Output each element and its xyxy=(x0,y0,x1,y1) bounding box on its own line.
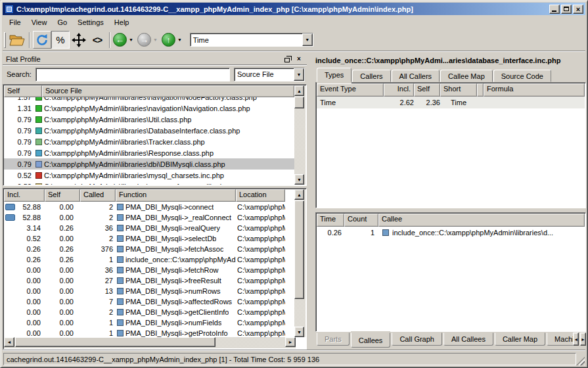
file-row-selected[interactable]: 0.79 C:\xampp\phpMyAdmin\libraries\dbi\D… xyxy=(4,158,294,170)
tab-callee-map[interactable]: Callee Map xyxy=(440,70,493,82)
column-header-count[interactable]: Count xyxy=(344,214,378,227)
column-header-source-file[interactable]: Source File xyxy=(42,85,294,97)
column-header-callee[interactable]: Callee xyxy=(378,214,585,227)
function-row[interactable]: 3.14 0.26 36 PMA_DBI_Mysqli->realQuery C… xyxy=(4,223,285,233)
tab-call-graph[interactable]: Call Graph xyxy=(392,333,442,346)
column-header-spacer[interactable] xyxy=(477,83,484,97)
open-file-button[interactable] xyxy=(8,31,26,49)
file-row[interactable]: 1.31 C:\xampp\phpMyAdmin\libraries\navig… xyxy=(4,103,294,114)
back-dropdown-icon[interactable]: ▼ xyxy=(129,37,133,42)
tab-all-callees[interactable]: All Callees xyxy=(443,333,493,346)
function-list-vscrollbar[interactable]: ▲ ▼ xyxy=(294,189,305,337)
maximize-button[interactable] xyxy=(561,5,572,14)
forward-button[interactable]: → xyxy=(137,33,151,47)
minimize-button[interactable] xyxy=(549,5,560,14)
callee-row[interactable]: 0.26 1 include_once::C:\xampp\phpMyAdmin… xyxy=(317,227,585,239)
file-self-cost: 0.79 xyxy=(4,116,32,124)
function-list-hscrollbar[interactable]: ◄ ► xyxy=(4,337,296,348)
self-cost: 0.00 xyxy=(45,214,80,221)
menu-view[interactable]: View xyxy=(26,17,53,28)
percent-toggle-button[interactable]: % xyxy=(51,31,70,49)
toolbar-handle[interactable] xyxy=(4,32,6,48)
resize-grip[interactable] xyxy=(576,357,585,365)
column-header-self[interactable]: Self xyxy=(414,83,440,97)
chevron-down-icon[interactable]: ▼ xyxy=(294,68,304,81)
location: C:\xampp\phpMy xyxy=(236,245,285,253)
chevron-down-icon[interactable]: ▼ xyxy=(302,34,313,46)
reload-button[interactable] xyxy=(33,31,51,49)
function-row[interactable]: 52.88 0.00 2 PMA_DBI_Mysqli->connect C:\… xyxy=(4,202,285,212)
column-header-self[interactable]: Self xyxy=(4,85,42,97)
scrollbar-thumb[interactable] xyxy=(294,200,304,299)
called-count: 1 xyxy=(80,256,116,264)
function-row[interactable]: 52.88 0.00 2 PMA_DBI_Mysqli->_realConnec… xyxy=(4,212,285,223)
function-row[interactable]: 0.26 0.26 376 PMA_DBI_Mysqli->fetchAssoc… xyxy=(4,244,285,254)
scroll-down-icon[interactable]: ▼ xyxy=(294,327,304,337)
column-header-short[interactable]: Short xyxy=(440,83,477,97)
function-row[interactable]: 0.00 0.00 1 PMA_DBI_Mysqli->getProtoInfo… xyxy=(4,328,285,338)
menu-go[interactable]: Go xyxy=(52,17,72,28)
search-input-field[interactable] xyxy=(36,68,229,81)
file-row[interactable]: 0.52 C:\xampp\phpMyAdmin\libraries\mysql… xyxy=(4,170,294,181)
function-row[interactable]: 0.26 0.26 1 include_once::C:\xampp\phpMy… xyxy=(4,254,285,265)
dock-close-button[interactable]: × xyxy=(294,55,304,63)
function-row[interactable]: 0.52 0.00 2 PMA_DBI_Mysqli->selectDb C:\… xyxy=(4,233,285,244)
file-row[interactable]: 0.79 C:\xampp\phpMyAdmin\libraries\Datab… xyxy=(4,125,294,136)
event-type-select[interactable]: Time ▼ xyxy=(190,33,313,47)
function-row[interactable]: 0.00 0.00 13 PMA_DBI_Mysqli->numRows C:\… xyxy=(4,286,285,296)
tab-source-code[interactable]: Source Code xyxy=(493,70,551,82)
title-bar[interactable]: C:\xampp\tmp\cachegrind.out.1416463299-C… xyxy=(3,3,585,15)
search-input[interactable] xyxy=(35,68,230,81)
tab-callers[interactable]: Callers xyxy=(352,70,390,82)
file-row[interactable]: 0.79 C:\xampp\phpMyAdmin\libraries\Util.… xyxy=(4,114,294,125)
group-by-select[interactable]: Source File ▼ xyxy=(234,68,305,81)
up-dropdown-icon[interactable]: ▼ xyxy=(177,37,182,42)
column-header-self[interactable]: Self xyxy=(45,189,80,202)
scroll-down-icon[interactable]: ▼ xyxy=(294,174,304,185)
relative-cost-button[interactable] xyxy=(70,31,88,49)
function-row[interactable]: 0.00 0.00 7 PMA_DBI_Mysqli->affectedRows… xyxy=(4,296,285,307)
column-header-called[interactable]: Called xyxy=(80,189,116,202)
function-name: PMA_DBI_Mysqli->affectedRows xyxy=(125,298,232,306)
file-row[interactable]: 0.79 C:\xampp\phpMyAdmin\libraries\Track… xyxy=(4,136,294,147)
flat-profile-dock-titlebar[interactable]: Flat Profile × xyxy=(3,53,307,65)
scroll-left-icon[interactable]: ◄ xyxy=(4,337,14,347)
column-header-event-type[interactable]: Event Type xyxy=(317,83,384,97)
scrollbar-thumb[interactable] xyxy=(15,337,215,347)
function-row[interactable]: 0.00 0.00 27 PMA_DBI_Mysqli->freeResult … xyxy=(4,275,285,286)
column-header-formula[interactable]: Formula xyxy=(484,83,585,97)
file-list-scrollbar[interactable]: ▲ ▼ xyxy=(294,85,305,185)
status-text: cachegrind.out.1416463299-C__xampp_phpMy… xyxy=(3,353,576,365)
dock-float-button[interactable] xyxy=(283,55,292,63)
tab-caller-map[interactable]: Caller Map xyxy=(495,333,545,346)
scroll-up-icon[interactable]: ▲ xyxy=(294,189,304,200)
column-header-function[interactable]: Function xyxy=(116,189,236,202)
tab-callees[interactable]: Callees xyxy=(351,333,391,348)
file-row[interactable]: 0.79 C:\xampp\phpMyAdmin\libraries\Respo… xyxy=(4,147,294,158)
menu-settings[interactable]: Settings xyxy=(72,17,109,28)
tab-all-callers[interactable]: All Callers xyxy=(392,70,440,82)
file-row[interactable]: 0.52 C:\xampp\phpMyAdmin\libraries\user_… xyxy=(4,181,294,185)
tab-machine[interactable]: Machine xyxy=(547,333,573,346)
column-header-location[interactable]: Location xyxy=(236,189,285,202)
tab-scroll-right-icon[interactable]: ► xyxy=(580,333,586,346)
scrollbar-thumb[interactable] xyxy=(294,97,304,108)
scroll-up-icon[interactable]: ▲ xyxy=(294,85,304,96)
scroll-right-icon[interactable]: ► xyxy=(285,337,296,347)
function-row[interactable]: 0.00 0.00 1 PMA_DBI_Mysqli->numFields C:… xyxy=(4,317,285,328)
up-button[interactable]: ↑ xyxy=(162,33,175,47)
function-row[interactable]: 0.00 0.00 2 PMA_DBI_Mysqli->getClientInf… xyxy=(4,307,285,317)
tab-scroll-left-icon[interactable]: ◄ xyxy=(573,333,579,346)
menu-file[interactable]: File xyxy=(4,17,26,28)
column-header-time[interactable]: Time xyxy=(317,214,344,227)
shorten-templates-button[interactable]: <> xyxy=(88,31,106,49)
event-row[interactable]: Time 2.62 2.36 Time xyxy=(317,97,585,108)
file-row[interactable]: 1.57 C:\xampp\phpMyAdmin\libraries\navig… xyxy=(4,97,294,103)
tab-types[interactable]: Types xyxy=(317,68,351,82)
function-row[interactable]: 0.00 0.00 36 PMA_DBI_Mysqli->fetchRow C:… xyxy=(4,265,285,275)
close-button[interactable]: × xyxy=(573,5,583,14)
menu-help[interactable]: Help xyxy=(109,17,135,28)
column-header-incl[interactable]: Incl. xyxy=(4,189,45,202)
back-button[interactable]: ← xyxy=(113,33,127,47)
column-header-incl[interactable]: Incl. xyxy=(384,83,414,97)
